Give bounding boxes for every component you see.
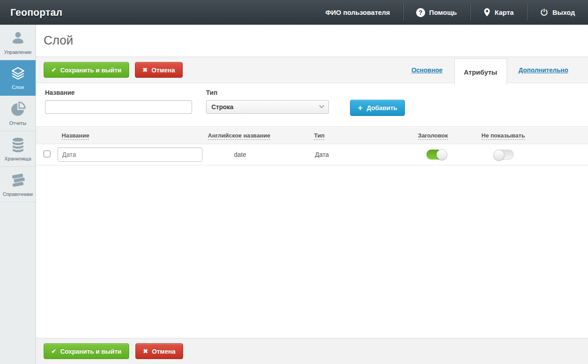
row-header-cell (418, 150, 481, 160)
column-header-type: Тип (314, 132, 418, 139)
check-icon: ✔ (51, 348, 56, 354)
save-exit-button-bottom[interactable]: ✔ Сохранить и выйти (44, 343, 129, 359)
add-attribute-button[interactable]: + Добавить (350, 100, 405, 116)
sidebar-item-label: Хранилища (4, 156, 31, 161)
attribute-name-input[interactable] (45, 100, 192, 114)
column-header-name: Название (58, 132, 208, 139)
type-select-value: Строка (211, 103, 233, 111)
main-content: Слой ✔ Сохранить и выйти ✖ Отмена Основн… (36, 25, 588, 364)
books-icon (10, 172, 26, 188)
save-exit-label: Сохранить и выйти (60, 348, 121, 355)
type-field-group: Тип Строка (206, 89, 329, 114)
attribute-type-select[interactable]: Строка (206, 100, 329, 114)
plus-icon: + (358, 103, 363, 112)
cancel-label: Отмена (152, 348, 175, 355)
cancel-button[interactable]: ✖ Отмена (135, 62, 183, 78)
tab-main[interactable]: Основное (399, 67, 454, 74)
column-header-header: Заголовок (418, 132, 481, 139)
row-type: Дата (314, 151, 418, 158)
name-field-group: Название (45, 89, 192, 114)
tab-bar: Основное Атрибуты Дополнительно (399, 57, 588, 83)
attributes-table-header: Название Английское название Тип Заголов… (36, 126, 588, 144)
header-toggle[interactable] (426, 150, 446, 160)
row-english-name: date (208, 151, 314, 158)
x-icon: ✖ (143, 67, 148, 73)
map-pin-icon (483, 8, 491, 17)
action-toolbar: ✔ Сохранить и выйти ✖ Отмена Основное Ат… (36, 57, 588, 83)
save-exit-label: Сохранить и выйти (60, 67, 121, 74)
page-title: Слой (44, 34, 73, 48)
user-menu[interactable]: ФИО пользователя (312, 0, 403, 25)
sidebar-item-label: Справочники (3, 191, 33, 197)
user-icon (10, 30, 26, 46)
sidebar-item-label: Слои (12, 84, 24, 90)
sidebar-item-label: Отчеты (9, 120, 26, 126)
type-field-label: Тип (206, 89, 329, 96)
column-header-english-name: Английское название (208, 132, 314, 139)
user-name-label: ФИО пользователя (325, 9, 390, 16)
row-select-cell (44, 151, 50, 159)
power-icon (540, 8, 548, 17)
row-name-cell (58, 147, 208, 162)
row-name-input[interactable] (58, 147, 202, 162)
hide-toggle[interactable] (494, 150, 514, 160)
content-spacer (36, 165, 588, 338)
layers-icon (9, 66, 27, 81)
column-header-hide: Не показывать (481, 132, 588, 139)
help-button[interactable]: ? Помощь (403, 0, 470, 25)
top-bar: Геопортал ФИО пользователя ? Помощь Карт… (0, 0, 588, 25)
bottom-action-bar: ✔ Сохранить и выйти ✖ Отмена (36, 338, 588, 364)
cancel-button-bottom[interactable]: ✖ Отмена (135, 343, 183, 359)
cancel-label: Отмена (152, 67, 175, 74)
help-label: Помощь (429, 9, 457, 16)
database-icon (10, 137, 26, 153)
x-icon: ✖ (143, 348, 148, 354)
row-hide-cell (481, 150, 588, 160)
map-label: Карта (495, 9, 514, 16)
sidebar-item-label: Управление (4, 49, 31, 55)
save-exit-button[interactable]: ✔ Сохранить и выйти (44, 62, 129, 78)
tab-attributes[interactable]: Атрибуты (454, 58, 507, 85)
toggle-knob (494, 150, 504, 160)
add-button-label: Добавить (367, 104, 397, 111)
chevron-down-icon (319, 103, 324, 108)
sidebar-item-reports[interactable]: Отчеты (0, 96, 36, 131)
top-nav: ФИО пользователя ? Помощь Карта Выход (312, 0, 588, 25)
map-button[interactable]: Карта (470, 0, 527, 25)
sidebar-item-dictionaries[interactable]: Справочники (0, 167, 36, 202)
check-icon: ✔ (51, 67, 56, 73)
add-attribute-form: Название Тип Строка + Добавить (36, 83, 588, 126)
table-row: date Дата (36, 144, 588, 165)
sidebar-item-management[interactable]: Управление (0, 25, 36, 60)
logout-label: Выход (552, 9, 575, 16)
sidebar-item-storages[interactable]: Хранилища (0, 131, 36, 167)
sidebar: Управление Слои Отчеты Хранилища (0, 25, 36, 364)
name-field-label: Название (45, 89, 192, 96)
app-brand: Геопортал (0, 7, 63, 18)
help-icon: ? (416, 8, 425, 17)
sidebar-item-layers[interactable]: Слои (0, 60, 36, 96)
tab-additional[interactable]: Дополнительно (507, 67, 580, 74)
toggle-knob (436, 149, 447, 160)
logout-button[interactable]: Выход (527, 0, 588, 25)
page-header: Слой (36, 25, 588, 57)
pie-chart-icon (10, 101, 26, 117)
row-checkbox[interactable] (44, 151, 50, 157)
